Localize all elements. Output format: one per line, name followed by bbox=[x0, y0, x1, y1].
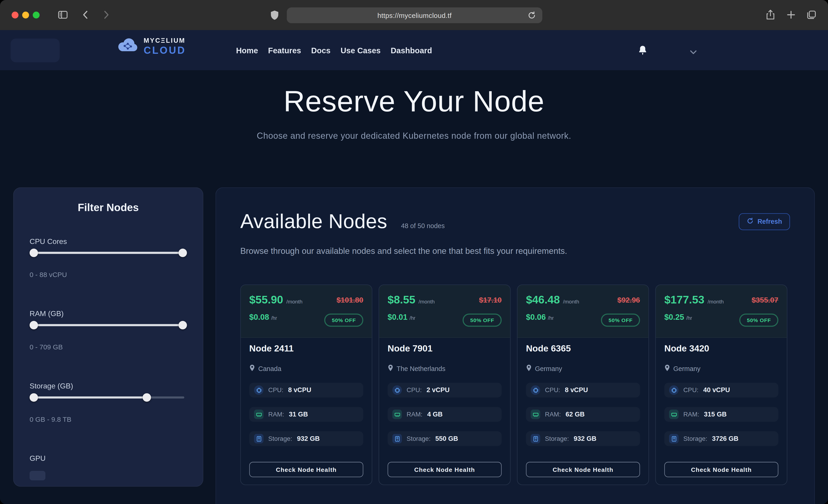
storage-drive-icon bbox=[392, 434, 402, 444]
cpu-min-handle[interactable] bbox=[30, 249, 38, 257]
monthly-unit: /month bbox=[708, 299, 724, 305]
monthly-price: $46.48 bbox=[526, 294, 560, 306]
check-node-health-button[interactable]: Check Node Health bbox=[664, 462, 778, 477]
cpu-label: CPU: bbox=[407, 386, 422, 394]
refresh-icon bbox=[747, 217, 754, 226]
node-location: Canada bbox=[258, 365, 282, 373]
storage-spec-row: Storage: 932 GB bbox=[526, 431, 640, 446]
gpu-filter-label: GPU bbox=[30, 454, 187, 462]
location-pin-icon bbox=[249, 364, 255, 374]
card-price-header: $177.53 /month $355.07 $0.25 /hr 50% OFF bbox=[656, 285, 787, 338]
storage-value: 932 GB bbox=[297, 435, 320, 442]
tabs-overview-icon[interactable] bbox=[806, 9, 818, 21]
sidebar-toggle-icon[interactable] bbox=[57, 9, 69, 21]
storage-drive-icon bbox=[669, 434, 678, 444]
location-pin-icon bbox=[664, 364, 670, 374]
ram-max-handle[interactable] bbox=[178, 321, 187, 329]
ram-label: RAM: bbox=[683, 411, 699, 418]
cpu-value: 8 vCPU bbox=[288, 386, 312, 394]
storage-label: Storage: bbox=[545, 435, 569, 442]
reload-icon[interactable] bbox=[528, 11, 536, 22]
browser-window: https://myceliumcloud.tf bbox=[0, 0, 828, 504]
filter-panel-title: Filter Nodes bbox=[30, 202, 187, 214]
monthly-price: $8.55 bbox=[388, 294, 415, 306]
discount-badge: 50% OFF bbox=[601, 313, 640, 327]
gpu-checkbox[interactable] bbox=[30, 471, 45, 480]
ram-label: RAM: bbox=[268, 411, 284, 418]
check-node-health-button[interactable]: Check Node Health bbox=[526, 462, 640, 477]
storage-label: Storage: bbox=[268, 435, 292, 442]
hourly-unit: /hr bbox=[686, 315, 692, 321]
storage-spec-row: Storage: 3726 GB bbox=[664, 431, 778, 446]
ram-min-handle[interactable] bbox=[30, 321, 38, 329]
url-bar[interactable]: https://myceliumcloud.tf bbox=[287, 7, 542, 23]
monthly-price: $55.90 bbox=[249, 294, 283, 306]
node-card: $46.48 /month $92.96 $0.06 /hr 50% OFF N… bbox=[517, 285, 649, 485]
page-scale-wrapper: https://myceliumcloud.tf bbox=[0, 0, 828, 504]
hero-section: Reserve Your Node Choose and reserve you… bbox=[0, 84, 828, 141]
share-icon[interactable] bbox=[765, 9, 776, 21]
cpu-chip-icon bbox=[392, 385, 402, 395]
slider-fill bbox=[32, 396, 150, 398]
slider-fill bbox=[32, 252, 184, 254]
check-node-health-button[interactable]: Check Node Health bbox=[249, 462, 363, 477]
check-node-health-button[interactable]: Check Node Health bbox=[388, 462, 502, 477]
minimize-window-button[interactable] bbox=[22, 12, 29, 18]
cpu-label: CPU: bbox=[268, 386, 283, 394]
ram-label: RAM (GB) bbox=[30, 309, 187, 318]
node-location: The Netherlands bbox=[397, 365, 445, 373]
card-body: Node 3420 Germany CPU: 40 vCPU bbox=[656, 344, 787, 446]
notification-bell-icon[interactable] bbox=[637, 44, 649, 58]
ram-label: RAM: bbox=[545, 411, 561, 418]
storage-max-handle[interactable] bbox=[142, 393, 151, 402]
nav-link-dashboard[interactable]: Dashboard bbox=[391, 46, 432, 55]
cpu-cores-slider[interactable] bbox=[30, 249, 187, 257]
nav-link-use-cases[interactable]: Use Cases bbox=[341, 46, 380, 55]
node-name: Node 6365 bbox=[526, 344, 640, 354]
maximize-window-button[interactable] bbox=[33, 12, 40, 18]
hourly-price: $0.06 bbox=[526, 312, 546, 321]
cpu-cores-range-text: 0 - 88 vCPU bbox=[30, 271, 187, 279]
cpu-label: CPU: bbox=[545, 386, 560, 394]
nav-left-placeholder bbox=[10, 39, 60, 62]
nav-link-features[interactable]: Features bbox=[268, 46, 301, 55]
cpu-spec-row: CPU: 40 vCPU bbox=[664, 383, 778, 397]
ram-spec-row: RAM: 4 GB bbox=[388, 407, 502, 422]
brand-name-top: MYCΞLIUM bbox=[143, 38, 186, 44]
hourly-unit: /hr bbox=[410, 315, 415, 321]
location-pin-icon bbox=[388, 364, 394, 374]
storage-min-handle[interactable] bbox=[30, 393, 38, 402]
nav-link-docs[interactable]: Docs bbox=[311, 46, 330, 55]
node-card: $8.55 /month $17.10 $0.01 /hr 50% OFF No… bbox=[379, 285, 511, 485]
cpu-label: CPU: bbox=[683, 386, 698, 394]
browser-chrome: https://myceliumcloud.tf bbox=[0, 0, 828, 30]
card-body: Node 6365 Germany CPU: 8 vCPU bbox=[518, 344, 649, 446]
cpu-max-handle[interactable] bbox=[178, 249, 187, 257]
storage-drive-icon bbox=[254, 434, 263, 444]
card-price-header: $46.48 /month $92.96 $0.06 /hr 50% OFF bbox=[518, 285, 649, 338]
nav-links: Home Features Docs Use Cases Dashboard bbox=[236, 30, 432, 70]
node-location: Germany bbox=[673, 365, 700, 373]
storage-slider[interactable] bbox=[30, 393, 187, 402]
hourly-price: $0.01 bbox=[388, 312, 408, 321]
ram-spec-row: RAM: 62 GB bbox=[526, 407, 640, 422]
storage-value: 932 GB bbox=[574, 435, 596, 442]
card-body: Node 2411 Canada CPU: 8 vCPU bbox=[241, 344, 372, 446]
refresh-button[interactable]: Refresh bbox=[739, 213, 790, 230]
user-menu-chevron-down-icon[interactable] bbox=[690, 48, 697, 57]
nav-link-home[interactable]: Home bbox=[236, 46, 258, 55]
nodes-panel-title: Available Nodes bbox=[240, 210, 387, 233]
available-nodes-panel: Available Nodes 48 of 50 nodes Refresh B… bbox=[215, 187, 815, 504]
ram-slider[interactable] bbox=[30, 321, 187, 329]
brand-logo[interactable]: MYCΞLIUM CLOUD bbox=[117, 37, 186, 55]
node-name: Node 7901 bbox=[388, 344, 502, 354]
nodes-panel-description: Browse through our available nodes and s… bbox=[240, 247, 790, 256]
back-button[interactable] bbox=[80, 9, 91, 20]
forward-button[interactable] bbox=[101, 9, 112, 20]
old-price: $92.96 bbox=[618, 296, 640, 304]
new-tab-icon[interactable] bbox=[786, 9, 796, 20]
close-window-button[interactable] bbox=[12, 12, 18, 18]
cpu-chip-icon bbox=[669, 385, 678, 395]
ram-value: 315 GB bbox=[704, 411, 727, 418]
storage-value: 550 GB bbox=[435, 435, 458, 442]
